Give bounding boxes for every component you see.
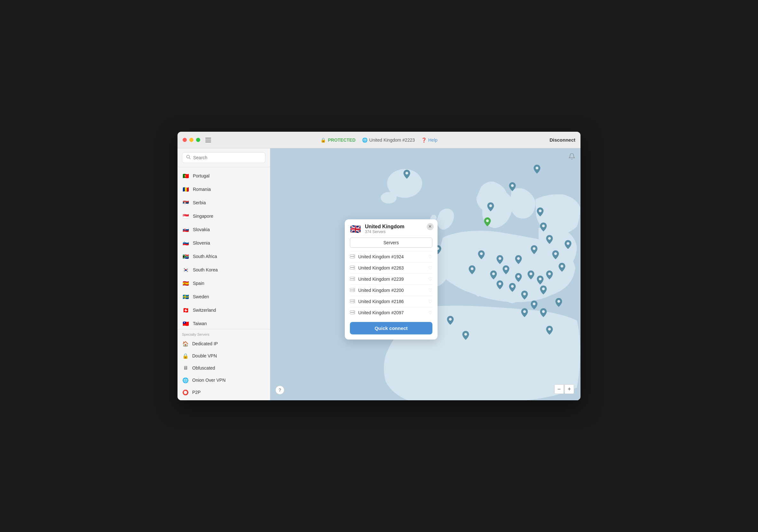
map-marker[interactable] [403,170,410,179]
map-marker[interactable] [478,250,485,259]
help-bottom-button[interactable]: ? [275,385,284,394]
titlebar-right: Disconnect [549,137,575,143]
country-item[interactable]: 🇷🇴 Romania [178,183,270,196]
map-marker[interactable] [521,291,528,300]
server-list-item[interactable]: United Kingdom #2200 ♡ [350,284,432,296]
map-marker[interactable] [565,240,571,249]
specialty-item[interactable]: ⭕ P2P [182,386,265,398]
svg-point-12 [542,224,545,227]
server-list-item[interactable]: United Kingdom #2186 ♡ [350,296,432,307]
map-marker[interactable] [509,182,516,191]
search-input[interactable] [193,155,261,160]
country-name: Sweden [193,294,265,299]
country-name: Romania [193,187,265,192]
map-marker[interactable] [515,273,522,282]
map-marker[interactable] [540,285,547,294]
map-marker[interactable] [468,265,476,274]
svg-point-15 [554,252,557,255]
map-marker[interactable] [546,326,553,335]
svg-point-17 [480,252,483,255]
map-marker[interactable] [555,298,562,307]
disconnect-button[interactable]: Disconnect [549,137,575,143]
map-marker[interactable] [540,308,547,317]
map-marker[interactable] [490,271,497,280]
country-item[interactable]: 🇷🇸 Serbia [178,196,270,210]
svg-point-5 [405,172,408,175]
heart-icon[interactable]: ♡ [428,265,432,271]
svg-point-22 [505,267,507,270]
specialty-item[interactable]: 🌐 Onion Over VPN [182,374,265,386]
svg-point-42 [354,257,354,258]
specialty-item[interactable]: 🏠 Dedicated IP [182,338,265,350]
map-marker[interactable] [558,263,566,272]
server-name: United Kingdom #2097 [358,310,425,315]
country-item[interactable]: 🇨🇭 Switzerland [178,303,270,317]
map-marker[interactable] [546,235,553,244]
map-marker[interactable] [546,271,553,280]
heart-icon[interactable]: ♡ [428,310,432,315]
heart-icon[interactable]: ♡ [428,254,432,259]
zoom-controls: − + [554,384,574,394]
server-list-item[interactable]: United Kingdom #2263 ♡ [350,262,432,273]
specialty-item[interactable]: 🔒 Double VPN [182,350,265,362]
country-item[interactable]: 🇸🇬 Singapore [178,210,270,223]
map-marker[interactable] [537,208,544,216]
popup-header: 🇬🇧 United Kingdom 374 Servers ✕ [345,219,437,238]
country-name: Singapore [193,214,265,219]
map-marker[interactable] [515,255,522,264]
svg-point-34 [558,300,560,303]
map-marker[interactable] [497,281,503,289]
quick-connect-button[interactable]: Quick connect [350,322,432,334]
popup-close-button[interactable]: ✕ [427,223,434,230]
map-marker[interactable] [528,271,534,280]
close-button[interactable] [183,138,187,142]
heart-icon[interactable]: ♡ [428,277,432,282]
map-area: 🇬🇧 United Kingdom 374 Servers ✕ Servers [270,149,580,400]
country-item[interactable]: 🇰🇷 South Korea [178,263,270,277]
country-item[interactable]: 🇸🇮 Slovenia [178,236,270,250]
country-item[interactable]: 🇵🇹 Portugal [178,169,270,183]
map-marker[interactable] [540,222,547,231]
map-marker[interactable] [447,316,454,325]
country-item[interactable]: 🇸🇰 Slovakia [178,223,270,236]
country-item[interactable]: 🇸🇪 Sweden [178,290,270,303]
map-marker[interactable] [534,165,540,174]
popup-flag: 🇬🇧 [350,224,361,234]
menu-icon[interactable] [205,138,211,142]
map-marker[interactable] [531,245,538,254]
heart-icon[interactable]: ♡ [428,288,432,293]
server-list-item[interactable]: United Kingdom #2097 ♡ [350,307,432,318]
map-marker[interactable] [537,276,544,284]
map-marker[interactable] [509,283,516,292]
server-icon [350,288,355,293]
country-item[interactable]: 🇿🇦 South Africa [178,250,270,263]
map-marker[interactable] [502,265,509,274]
map-marker[interactable] [497,255,503,264]
search-input-wrap[interactable] [182,152,265,163]
svg-point-49 [354,278,354,278]
svg-point-7 [511,184,514,187]
map-marker[interactable] [531,301,538,310]
servers-tab-button[interactable]: Servers [350,238,432,248]
server-list-item[interactable]: United Kingdom #2239 ♡ [350,273,432,284]
map-marker[interactable] [487,202,494,211]
country-item[interactable]: 🇹🇼 Taiwan [178,317,270,329]
server-list-item[interactable]: United Kingdom #1924 ♡ [350,251,432,262]
heart-icon[interactable]: ♡ [428,299,432,304]
svg-point-35 [449,318,452,321]
specialty-item[interactable]: 🖥 Obfuscated [182,362,265,374]
map-marker[interactable] [521,308,528,317]
help-link[interactable]: ❓ Help [421,138,437,143]
zoom-out-button[interactable]: − [554,384,564,394]
zoom-in-button[interactable]: + [565,384,574,394]
server-icon [350,277,355,282]
bell-icon[interactable] [568,153,575,161]
map-marker[interactable] [462,331,469,340]
fullscreen-button[interactable] [196,138,200,142]
country-item[interactable]: 🇪🇸 Spain [178,277,270,290]
map-marker[interactable] [552,250,559,259]
minimize-button[interactable] [190,138,193,142]
map-marker[interactable] [484,217,491,226]
globe-icon: 🌐 [362,138,367,143]
server-icon [350,265,355,271]
